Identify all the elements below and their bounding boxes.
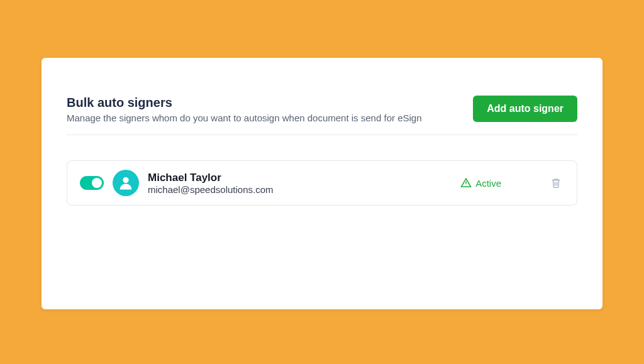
settings-card: Bulk auto signers Manage the signers who…: [42, 58, 602, 309]
alert-triangle-icon: [460, 177, 472, 189]
person-icon: [117, 174, 135, 192]
page-subtitle: Manage the signers whom do you want to a…: [67, 113, 460, 123]
page-title: Bulk auto signers: [67, 96, 460, 110]
signer-row: Michael Taylor michael@speedsolutions.co…: [67, 160, 577, 206]
header-row: Bulk auto signers Manage the signers who…: [67, 96, 577, 135]
svg-point-2: [466, 185, 467, 185]
avatar: [113, 170, 139, 196]
enable-toggle[interactable]: [80, 176, 104, 190]
delete-button[interactable]: [548, 174, 564, 192]
trash-icon: [550, 177, 562, 189]
signer-email: michael@speedsolutions.com: [148, 184, 452, 195]
status-label: Active: [475, 178, 501, 189]
signer-list: Michael Taylor michael@speedsolutions.co…: [67, 160, 577, 206]
header-text: Bulk auto signers Manage the signers who…: [67, 96, 460, 123]
add-auto-signer-button[interactable]: Add auto signer: [473, 96, 577, 122]
signer-info: Michael Taylor michael@speedsolutions.co…: [148, 172, 452, 195]
signer-name: Michael Taylor: [148, 172, 452, 184]
svg-point-0: [123, 177, 128, 183]
status-badge: Active: [460, 177, 501, 189]
